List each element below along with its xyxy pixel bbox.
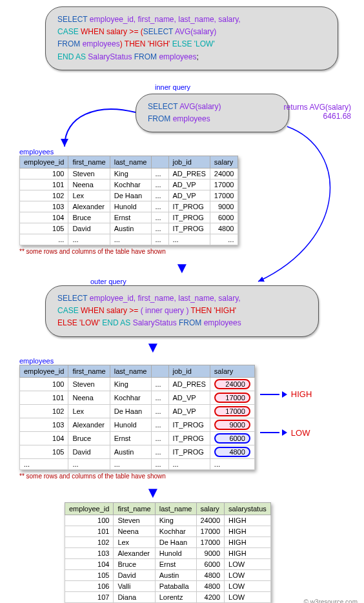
tbl-name: employees [83, 39, 120, 48]
table-header-row: employee_id first_name last_name salary … [65, 502, 271, 515]
employees-table-1: employee_id first_name last_name job_id … [19, 156, 238, 245]
salary-high-pill: 17000 [214, 393, 250, 403]
avg-return-label: returns AVG(salary) 6461.68 [267, 103, 351, 121]
tbl2: employees [157, 52, 196, 61]
col-employee-id: employee_id [20, 365, 68, 377]
table-row: 103AlexanderHunold...IT_PROG9000 [20, 418, 255, 431]
kw-then-outer: THEN 'HIGH' [188, 306, 236, 315]
col-gap [151, 156, 168, 168]
paren-close: ) [120, 39, 123, 48]
arrow-inner-to-table [45, 96, 148, 154]
sql-cols: employee_id, first_name, last_name, sala… [90, 15, 241, 24]
tbl-outer: employees [201, 318, 241, 327]
kw-case-outer: CASE [57, 306, 79, 315]
kw-else: ELSE 'LOW' [172, 39, 215, 48]
salary-high-pill: 9000 [214, 420, 250, 430]
table-row: 102LexDe Haan...AD_VP17000 [20, 190, 238, 201]
col-salary: salary [196, 502, 225, 515]
kw-end-outer: END AS [100, 318, 130, 327]
footnote-1: ** some rows and columns of the table ha… [19, 248, 358, 255]
salary-low-pill: 4800 [214, 447, 250, 457]
cols-outer: employee_id, first_name, last_name, sala… [90, 294, 241, 303]
kw-from: FROM [57, 39, 80, 48]
table-row: 101NeenaKochhar...AD_VP17000 [20, 391, 255, 404]
kw-when: WHEN salary >= [81, 27, 141, 36]
kw-case: CASE [57, 27, 79, 36]
table-row: 102LexDe Haan...AD_VP17000 [20, 404, 255, 418]
sql-main-box: SELECT employee_id, first_name, last_nam… [45, 6, 338, 70]
col-gap [151, 365, 168, 377]
table-row: .................. [20, 234, 238, 245]
table-row: 105DavidAustin4800LOW [65, 569, 271, 580]
table-row: 100StevenKing24000HIGH [65, 515, 271, 526]
kw-select-sub: SELECT [143, 27, 173, 36]
col-first-name: first_name [68, 156, 110, 168]
col-last-name: last_name [110, 365, 151, 377]
tbl-inner: employees [170, 114, 210, 123]
table-row: 107DianaLorentz4200LOW [65, 591, 271, 602]
table-row: 105DavidAustin...IT_PROG4800 [20, 223, 238, 234]
table-row: 100StevenKing...AD_PRES24000 [20, 377, 255, 391]
kw-select-inner: SELECT [148, 102, 177, 111]
col-last-name: last_name [155, 502, 196, 515]
col-salary: salary [210, 365, 254, 377]
table-row: 105DavidAustin...IT_PROG4800 [20, 445, 255, 458]
table-row: 104BruceErnst6000LOW [65, 558, 271, 569]
col-job-id: job_id [168, 365, 210, 377]
col-employee-id: employee_id [65, 502, 114, 515]
kw-from-inner: FROM [148, 114, 170, 123]
kw-select: SELECT [57, 15, 87, 24]
high-label-arrow: HIGH [260, 389, 312, 399]
employees-label-1: employees [19, 148, 358, 156]
employees-label-2: employees [19, 357, 358, 365]
inner-query-label: inner query [155, 83, 190, 91]
returns-avg-text: returns AVG(salary) [284, 103, 351, 112]
low-label-arrow: LOW [260, 428, 310, 438]
high-text: HIGH [291, 389, 312, 399]
employees-table-2: employee_id first_name last_name job_id … [19, 365, 255, 470]
result-table: employee_id first_name last_name salary … [65, 502, 271, 603]
kw-when-outer: WHEN salary >= [79, 306, 141, 315]
salary-low-pill: 6000 [214, 433, 250, 444]
sql-outer-box: SELECT employee_id, first_name, last_nam… [45, 285, 319, 337]
col-first-name: first_name [68, 365, 110, 377]
kw-from2: FROM [134, 52, 157, 61]
from-outer: FROM [177, 318, 202, 327]
low-text: LOW [291, 428, 310, 438]
col-employee-id: employee_id [20, 156, 68, 168]
col-first-name: first_name [114, 502, 155, 515]
inner-placeholder: ( inner query ) [141, 306, 189, 315]
salary-high-pill: 17000 [214, 406, 250, 416]
salary-high-pill: 24000 [214, 379, 250, 389]
table-row: 100StevenKing...AD_PRES24000 [20, 168, 238, 179]
arrow-down-1: ▼ [6, 261, 358, 274]
alias: SalaryStatus [86, 52, 132, 61]
alias-outer: SalaryStatus [130, 318, 176, 327]
table-row: 106ValliPataballa4800LOW [65, 580, 271, 591]
kw-end: END AS [57, 52, 86, 61]
kw-then: THEN 'HIGH' [125, 39, 172, 48]
table-header-row: employee_id first_name last_name job_id … [20, 365, 255, 377]
table-row: 101NeenaKochhar17000HIGH [65, 526, 271, 537]
table-row: .................. [20, 458, 255, 469]
footnote-2: ** some rows and columns of the table ha… [19, 473, 358, 480]
kw-select-outer: SELECT [57, 294, 87, 303]
col-salarystatus: salarystatus [225, 502, 271, 515]
table-row: 104BruceErnst...IT_PROG6000 [20, 431, 255, 445]
col-job-id: job_id [168, 156, 210, 168]
avg-value: 6461.68 [323, 112, 351, 121]
table-row: 101NeenaKochhar...AD_VP17000 [20, 179, 238, 190]
semicolon: ; [196, 52, 198, 61]
avg-inner: AVG(salary) [177, 102, 221, 111]
table-row: 103AlexanderHunold9000HIGH [65, 547, 271, 558]
arrow-down-3: ▼ [0, 486, 358, 498]
table-header-row: employee_id first_name last_name job_id … [20, 156, 238, 168]
outer-query-label: outer query [90, 278, 358, 285]
col-last-name: last_name [110, 156, 151, 168]
sql-inner-box: SELECT AVG(salary) FROM employees [136, 94, 289, 132]
avg-func: AVG(salary) [173, 27, 216, 36]
kw-else-outer: ELSE 'LOW' [57, 318, 100, 327]
table-row: 103AlexanderHunold...IT_PROG9000 [20, 201, 238, 212]
table-row: 104BruceErnst...IT_PROG6000 [20, 212, 238, 223]
table-row: 102LexDe Haan17000HIGH [65, 537, 271, 547]
